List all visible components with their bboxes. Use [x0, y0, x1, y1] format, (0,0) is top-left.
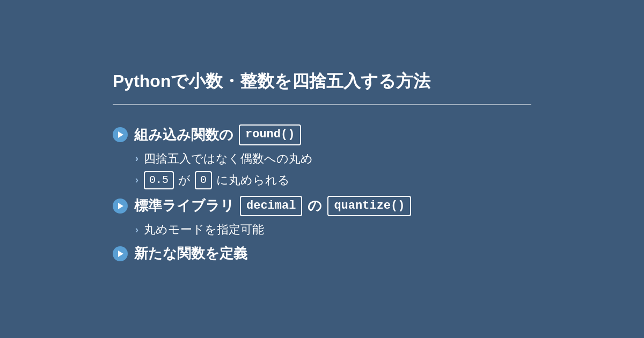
bullet-icon-custom	[113, 246, 128, 261]
main-item-decimal-mid: の	[308, 196, 322, 215]
sub-items-round: › 四捨五入ではなく偶数への丸め › 0.5 が 0 に丸められる	[135, 151, 531, 189]
sub-item-rounding-mode: › 丸めモードを指定可能	[135, 222, 531, 238]
code-quantize: quantize()	[327, 196, 411, 217]
code-0: 0	[195, 171, 212, 189]
main-item-decimal-label-before: 標準ライブラリ	[134, 196, 235, 215]
sub-item-05-mid: が	[178, 172, 191, 188]
sub-item-05-after: に丸められる	[216, 172, 290, 188]
sub-bullet-icon-2: ›	[135, 174, 138, 186]
card: Pythonで小数・整数を四捨五入する方法 組み込み関数の round() › …	[80, 48, 564, 290]
page-title: Pythonで小数・整数を四捨五入する方法	[113, 70, 531, 105]
main-item-round-text: 組み込み関数の round()	[134, 124, 301, 145]
code-round: round()	[239, 124, 301, 145]
code-decimal: decimal	[240, 196, 302, 217]
bullet-icon-decimal	[113, 199, 128, 214]
content: 組み込み関数の round() › 四捨五入ではなく偶数への丸め › 0.5 が…	[113, 124, 531, 269]
main-item-custom-text: 新たな関数を定義	[134, 244, 247, 263]
sub-bullet-icon-3: ›	[135, 224, 138, 236]
sub-bullet-icon-1: ›	[135, 153, 138, 164]
sub-item-05-text: 0.5 が 0 に丸められる	[144, 171, 290, 189]
sub-item-even-rounding: › 四捨五入ではなく偶数への丸め	[135, 151, 531, 167]
main-item-decimal: 標準ライブラリ decimal の quantize()	[113, 196, 531, 217]
sub-item-05-rounds-to-0: › 0.5 が 0 に丸められる	[135, 171, 531, 189]
main-item-round-label-before: 組み込み関数の	[134, 126, 233, 144]
bullet-icon-round	[113, 127, 128, 142]
code-05: 0.5	[144, 171, 174, 189]
sub-item-rounding-mode-text: 丸めモードを指定可能	[144, 222, 264, 238]
main-item-custom: 新たな関数を定義	[113, 244, 531, 263]
sub-item-even-rounding-text: 四捨五入ではなく偶数への丸め	[144, 151, 313, 167]
main-item-decimal-text: 標準ライブラリ decimal の quantize()	[134, 196, 411, 217]
sub-items-decimal: › 丸めモードを指定可能	[135, 222, 531, 238]
main-item-round: 組み込み関数の round()	[113, 124, 531, 145]
